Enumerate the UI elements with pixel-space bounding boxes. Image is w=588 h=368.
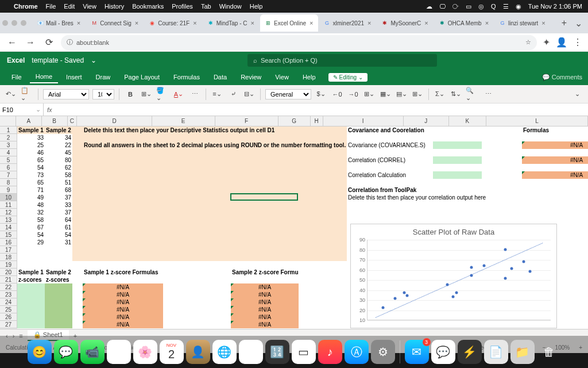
browser-tab[interactable]: ✱OHCA Memb×: [434, 14, 493, 32]
cell-styles-button[interactable]: ▤⌄: [395, 88, 408, 101]
facetime-icon[interactable]: 📹: [80, 340, 105, 364]
settings-icon[interactable]: ⚙: [371, 340, 395, 364]
star-icon[interactable]: ☆: [525, 39, 531, 46]
cell[interactable]: 37: [45, 209, 72, 216]
cell[interactable]: Sample 1: [17, 269, 45, 276]
back-button[interactable]: ←: [6, 36, 18, 49]
row-header[interactable]: 13: [0, 216, 17, 224]
row-header[interactable]: 15: [0, 231, 17, 239]
column-header[interactable]: E: [152, 116, 215, 126]
flash-icon[interactable]: ⚡: [458, 340, 482, 364]
tab-help[interactable]: Help: [297, 71, 322, 83]
row-header[interactable]: 2: [0, 134, 17, 141]
tab-draw[interactable]: Draw: [90, 71, 117, 83]
messenger-icon[interactable]: 💬: [431, 340, 455, 364]
reload-button[interactable]: ⟳: [42, 36, 55, 49]
cell-na[interactable]: #N/A: [231, 321, 299, 328]
photos-icon[interactable]: 🌸: [133, 340, 157, 364]
traffic-min[interactable]: [11, 20, 17, 26]
cell[interactable]: Sample 1: [17, 126, 45, 134]
cell[interactable]: 64: [45, 216, 72, 224]
cell[interactable]: Sample 1 z-score Formulas: [83, 269, 231, 276]
tab-close-icon[interactable]: ×: [368, 20, 371, 26]
fill-color-button[interactable]: 🪣⌄: [156, 88, 169, 101]
tab-data[interactable]: Data: [208, 71, 233, 83]
column-header[interactable]: C: [68, 116, 78, 126]
cell[interactable]: 68: [45, 186, 72, 194]
cell[interactable]: 61: [45, 224, 72, 231]
app-name[interactable]: Chrome: [14, 3, 38, 10]
name-box[interactable]: F10⌄: [0, 103, 44, 116]
cell[interactable]: 45: [45, 149, 72, 156]
cell[interactable]: z-scores: [45, 276, 72, 283]
row-header[interactable]: 27: [0, 321, 17, 328]
font-size-select[interactable]: 10: [92, 89, 114, 99]
cell-na[interactable]: #N/A: [83, 283, 163, 291]
row-header[interactable]: 25: [0, 306, 17, 313]
finder-icon[interactable]: 😊: [28, 340, 52, 364]
chrome-icon[interactable]: 🌐: [212, 340, 237, 364]
cell[interactable]: z-scores: [17, 276, 45, 283]
menu-bookmarks[interactable]: Bookmarks: [132, 3, 164, 10]
maps-icon[interactable]: 🗺: [107, 340, 131, 364]
menu-history[interactable]: History: [105, 3, 124, 10]
row-header[interactable]: 3: [0, 141, 17, 149]
cell[interactable]: Correlation from ToolPak: [347, 186, 433, 194]
tab-pagelayout[interactable]: Page Layout: [118, 71, 165, 83]
spreadsheet-grid[interactable]: ABCDEFGHIJKL 123456789101112131415161718…: [0, 116, 588, 329]
cell[interactable]: 31: [45, 239, 72, 246]
column-header[interactable]: A: [16, 116, 42, 126]
forward-button[interactable]: →: [24, 36, 37, 49]
row-header[interactable]: 23: [0, 291, 17, 298]
menu-view[interactable]: View: [83, 3, 96, 10]
merge-button[interactable]: ⊟⌄: [243, 88, 256, 101]
undo-button[interactable]: ↶⌄: [5, 88, 17, 101]
cond-format-button[interactable]: ⊞⌄: [363, 88, 376, 101]
control-center-icon[interactable]: ☰: [503, 3, 509, 10]
browser-tab[interactable]: ⊞Excel Online×: [260, 14, 318, 32]
tab-close-icon[interactable]: ×: [251, 20, 254, 26]
currency-button[interactable]: $⌄: [315, 88, 327, 101]
tab-close-icon[interactable]: ×: [135, 20, 138, 26]
calculator-icon[interactable]: 🔢: [265, 340, 289, 364]
cell[interactable]: 80: [45, 156, 72, 164]
cell[interactable]: 25: [17, 141, 45, 149]
zoom-icon[interactable]: ▭: [292, 340, 316, 364]
cell[interactable]: 33: [45, 201, 72, 209]
cell[interactable]: Sample 2: [45, 269, 72, 276]
row-header[interactable]: 19: [0, 261, 17, 269]
cell[interactable]: Correlation (CORREL): [347, 156, 433, 164]
excel-doc-name[interactable]: template - Saved: [32, 56, 84, 64]
tab-chevron-icon[interactable]: ⌄: [571, 18, 586, 29]
menu-help[interactable]: Help: [250, 3, 263, 10]
cell[interactable]: Covariance and Coorelation: [347, 126, 433, 134]
search-icon[interactable]: Q: [491, 3, 496, 10]
row-header[interactable]: 10: [0, 194, 17, 201]
cell[interactable]: 73: [17, 171, 45, 179]
tab-home[interactable]: Home: [30, 71, 58, 83]
folder-icon[interactable]: 📁: [510, 340, 535, 364]
fx-icon[interactable]: fx: [44, 106, 56, 113]
cell[interactable]: 48: [17, 201, 45, 209]
number-format-select[interactable]: General: [265, 89, 311, 99]
cell[interactable]: Formulas: [522, 126, 588, 134]
cell-na[interactable]: #N/A: [231, 291, 299, 298]
cell[interactable]: 62: [45, 164, 72, 171]
app-icon[interactable]: ⦿: [239, 340, 263, 364]
cell[interactable]: 71: [17, 186, 45, 194]
calendar-icon[interactable]: NOV2: [160, 340, 184, 364]
cell[interactable]: 58: [45, 171, 72, 179]
cell[interactable]: 54: [17, 231, 45, 239]
traffic-max[interactable]: [21, 20, 26, 26]
cell[interactable]: 67: [17, 224, 45, 231]
cell[interactable]: 34: [45, 134, 72, 141]
row-header[interactable]: 17: [0, 246, 17, 254]
new-tab-button[interactable]: +: [557, 18, 571, 28]
menu-edit[interactable]: Edit: [64, 3, 75, 10]
row-header[interactable]: 8: [0, 179, 17, 186]
cell-na[interactable]: #N/A: [231, 306, 299, 313]
font-name-select[interactable]: Arial: [43, 89, 89, 99]
more-font-button[interactable]: ⋯: [188, 88, 201, 101]
cell[interactable]: 37: [45, 194, 72, 201]
row-header[interactable]: 16: [0, 239, 17, 246]
